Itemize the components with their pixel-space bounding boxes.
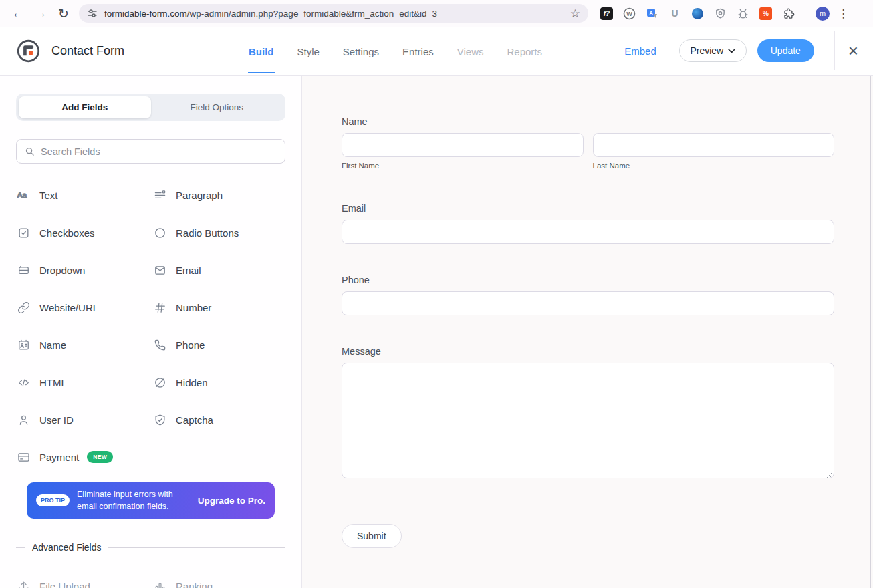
toolbar-separator bbox=[805, 7, 805, 19]
search-fields-input[interactable] bbox=[41, 146, 277, 157]
embed-link[interactable]: Embed bbox=[624, 45, 656, 57]
upgrade-to-pro-link[interactable]: Upgrade to Pro. bbox=[198, 496, 265, 506]
builder-header: Contact Form Build Style Settings Entrie… bbox=[0, 27, 873, 76]
email-input[interactable] bbox=[342, 220, 834, 244]
field-type-hidden[interactable]: Hidden bbox=[152, 363, 285, 401]
field-options-tab[interactable]: Field Options bbox=[151, 96, 283, 118]
add-fields-tab[interactable]: Add Fields bbox=[19, 96, 151, 118]
url-path: /wp-admin/admin.php?page=formidable&frm_… bbox=[187, 9, 437, 19]
phone-field-label: Phone bbox=[342, 275, 834, 285]
formidable-logo bbox=[16, 39, 41, 63]
ranking-field-icon bbox=[152, 580, 167, 588]
svg-text:Aa: Aa bbox=[17, 190, 27, 199]
field-type-radio[interactable]: Radio Buttons bbox=[152, 214, 285, 251]
wordpress-extension-icon[interactable]: W bbox=[623, 7, 636, 20]
field-types-grid: Aa Text Paragraph Checkboxes Radio Butto… bbox=[16, 176, 285, 476]
field-type-ranking[interactable]: Ranking bbox=[152, 567, 285, 588]
link-field-icon bbox=[16, 301, 31, 314]
hidden-field-icon bbox=[152, 376, 167, 389]
pro-tip-text: Eliminate input errors with email confir… bbox=[77, 488, 173, 512]
page: ← → ↻ formidable-form.com/wp-admin/admin… bbox=[0, 0, 873, 588]
field-type-name[interactable]: Name bbox=[16, 326, 152, 363]
formidable-extension-icon[interactable]: f? bbox=[600, 7, 613, 20]
search-icon bbox=[25, 146, 35, 156]
pro-tip-badge: PRO TIP bbox=[36, 494, 70, 506]
sidebar-toggle: Add Fields Field Options bbox=[16, 94, 285, 121]
extensions-puzzle-icon[interactable] bbox=[782, 7, 795, 20]
header-divider bbox=[834, 31, 835, 70]
field-type-payment[interactable]: Payment NEW bbox=[16, 438, 152, 476]
tab-reports[interactable]: Reports bbox=[507, 29, 543, 74]
pro-tip-banner[interactable]: PRO TIP Eliminate input errors with emai… bbox=[27, 482, 275, 519]
update-button[interactable]: Update bbox=[757, 39, 814, 62]
field-type-email[interactable]: Email bbox=[152, 251, 285, 289]
search-fields-box[interactable] bbox=[16, 139, 285, 164]
tab-style[interactable]: Style bbox=[297, 29, 320, 74]
browser-menu-icon[interactable]: ⋮ bbox=[838, 7, 849, 21]
field-type-html[interactable]: HTML bbox=[16, 363, 152, 401]
browser-back-icon[interactable]: ← bbox=[7, 2, 29, 25]
tab-views[interactable]: Views bbox=[457, 29, 485, 74]
svg-text:W: W bbox=[626, 11, 632, 17]
tab-entries[interactable]: Entries bbox=[402, 29, 434, 74]
field-type-website[interactable]: Website/URL bbox=[16, 289, 152, 326]
browser-reload-icon[interactable]: ↻ bbox=[52, 2, 75, 25]
preview-button[interactable]: Preview bbox=[679, 39, 747, 62]
bookmark-star-icon[interactable]: ☆ bbox=[570, 8, 580, 19]
phone-field-block[interactable]: Phone bbox=[342, 275, 834, 315]
globe-extension-icon[interactable] bbox=[691, 7, 704, 20]
submit-button[interactable]: Submit bbox=[342, 524, 402, 548]
site-settings-icon[interactable] bbox=[87, 8, 98, 19]
name-field-label: Name bbox=[342, 116, 834, 127]
message-field-block[interactable]: Message bbox=[342, 346, 834, 481]
last-name-sublabel: Last Name bbox=[593, 162, 835, 170]
field-type-captcha[interactable]: Captcha bbox=[152, 401, 285, 438]
name-field-block[interactable]: Name First Name Last Name bbox=[342, 116, 834, 170]
message-textarea[interactable] bbox=[342, 363, 834, 478]
address-bar[interactable]: formidable-form.com/wp-admin/admin.php?p… bbox=[79, 4, 588, 23]
extensions-row: f? W A U % m bbox=[600, 7, 830, 21]
field-type-file-upload[interactable]: File Upload bbox=[16, 567, 152, 588]
radio-field-icon bbox=[152, 227, 167, 239]
email-field-label: Email bbox=[342, 203, 834, 214]
builder-nav: Build Style Settings Entries Views Repor… bbox=[248, 27, 543, 75]
phone-input[interactable] bbox=[342, 291, 834, 315]
captcha-field-icon bbox=[152, 414, 167, 426]
tab-settings[interactable]: Settings bbox=[342, 29, 380, 74]
field-type-checkboxes[interactable]: Checkboxes bbox=[16, 214, 152, 251]
form-preview-canvas[interactable]: Name First Name Last Name Email bbox=[302, 76, 873, 588]
capture-extension-icon[interactable]: % bbox=[759, 7, 772, 20]
translate-extension-icon[interactable]: A bbox=[646, 7, 658, 20]
url-text[interactable]: formidable-form.com/wp-admin/admin.php?p… bbox=[104, 9, 437, 19]
profile-avatar[interactable]: m bbox=[816, 7, 830, 21]
last-name-input[interactable] bbox=[593, 133, 835, 157]
browser-forward-icon[interactable]: → bbox=[29, 2, 52, 25]
field-type-userid[interactable]: User ID bbox=[16, 401, 152, 438]
first-name-input[interactable] bbox=[342, 133, 584, 157]
field-type-text[interactable]: Aa Text bbox=[16, 176, 152, 214]
page-edge-line bbox=[870, 76, 871, 588]
resize-grip-icon[interactable] bbox=[826, 472, 833, 478]
field-type-dropdown[interactable]: Dropdown bbox=[16, 251, 152, 289]
u-extension-icon[interactable]: U bbox=[668, 7, 681, 20]
fields-sidebar: Add Fields Field Options Aa Text Paragra… bbox=[0, 76, 302, 588]
tab-build[interactable]: Build bbox=[248, 29, 275, 74]
field-type-paragraph[interactable]: Paragraph bbox=[152, 176, 285, 214]
form-title: Contact Form bbox=[51, 44, 124, 58]
advanced-fields-grid: File Upload Ranking bbox=[16, 567, 285, 588]
message-field-label: Message bbox=[342, 346, 834, 357]
email-field-icon bbox=[152, 264, 167, 277]
dropdown-field-icon bbox=[16, 264, 31, 277]
svg-text:A: A bbox=[648, 10, 652, 17]
name-field-icon bbox=[16, 339, 31, 351]
shield-extension-icon[interactable] bbox=[714, 7, 727, 20]
number-field-icon bbox=[152, 301, 167, 314]
preview-label: Preview bbox=[690, 45, 723, 56]
field-type-phone[interactable]: Phone bbox=[152, 326, 285, 363]
browser-toolbar: ← → ↻ formidable-form.com/wp-admin/admin… bbox=[0, 0, 873, 27]
close-icon[interactable]: × bbox=[844, 42, 862, 59]
field-type-number[interactable]: Number bbox=[152, 289, 285, 326]
email-field-block[interactable]: Email bbox=[342, 203, 834, 244]
user-field-icon bbox=[16, 414, 31, 426]
bug-extension-icon[interactable] bbox=[737, 7, 749, 20]
